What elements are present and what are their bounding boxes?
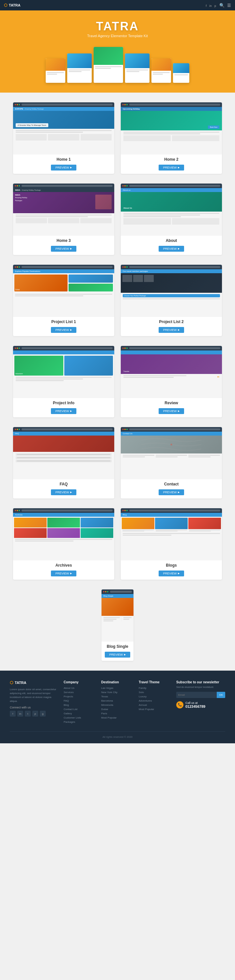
mockup-5 (152, 58, 171, 83)
template-card-blogsingle: Blog Single (102, 589, 134, 661)
footer-link-gallery[interactable]: Gallery (64, 712, 96, 715)
preview-btn-faq[interactable]: PREVIEW (51, 489, 77, 495)
footer-link-blog[interactable]: Blog (64, 703, 96, 706)
hero-section: TATRA Travel Agency Elementor Template K… (0, 10, 235, 92)
footer-phone-number: 0123456789 (185, 705, 205, 708)
footer-link-contactlist[interactable]: Contact List (64, 708, 96, 711)
template-card-about: About us About Us (121, 183, 222, 255)
social-btn-pinterest[interactable]: p (32, 711, 38, 717)
card-info-plist2: Project List 2 PREVIEW (121, 317, 222, 336)
preview-btn-blogsingle[interactable]: PREVIEW (105, 652, 131, 657)
social-linkedin[interactable]: in (209, 4, 212, 8)
social-btn-instagram[interactable]: in (17, 711, 23, 717)
footer-link-packages[interactable]: Packages (64, 721, 96, 724)
card-title-plist1: Project List 1 (16, 320, 111, 324)
header-logo-text: TATRA (9, 3, 21, 7)
card-info-home3: Home 3 PREVIEW (13, 236, 114, 255)
footer-newsletter-form: OK (176, 692, 225, 698)
preview-plist1: Explore Popular Destinations Dubai (13, 265, 114, 317)
footer-col-company: Company About Us Services Projects FAQ B… (64, 680, 96, 725)
footer-logo-icon: ⬡ (10, 680, 13, 685)
template-card-review: Traveler " Review PREVIEW (121, 346, 222, 417)
header-social: f in p (205, 2, 217, 8)
template-grid: EUROPEAmazing Holiday Package A Smarter … (13, 102, 222, 661)
footer-link-solo[interactable]: Solo (139, 691, 171, 694)
footer-description: Lorem ipsum dolor sit amet, consectetur … (10, 687, 59, 703)
footer-newsletter-heading: Subscribe to our newsletter (176, 680, 225, 684)
footer-col-destination-list: Las Vegas New York City Texas Barcelona … (101, 687, 134, 719)
footer-logo-text: TATRA (15, 681, 26, 685)
footer-col-destination: Destination Las Vegas New York City Texa… (101, 680, 134, 725)
card-title-contact: Contact (124, 482, 219, 487)
footer-link-adventures[interactable]: Adventures (139, 699, 171, 702)
template-card-plist1: Explore Popular Destinations Dubai (13, 265, 114, 336)
footer-link-newyork[interactable]: New York City (101, 691, 134, 694)
card-info-archives: Archives PREVIEW (13, 560, 114, 580)
preview-btn-plist2[interactable]: PREVIEW (158, 327, 184, 333)
footer-link-mostpopular2[interactable]: Most Popular (139, 708, 171, 711)
card-title-faq: FAQ (16, 482, 111, 487)
preview-blogs: Blog (121, 508, 222, 560)
card-info-blogs: Blogs PREVIEW (121, 560, 222, 580)
preview-about: About us About Us (121, 183, 222, 236)
footer-link-services[interactable]: Services (64, 691, 96, 694)
footer-link-projects[interactable]: Projects (64, 695, 96, 698)
footer-social: f in t p g (10, 711, 59, 717)
svg-point-0 (170, 444, 172, 445)
footer-link-barcelona[interactable]: Barcelona (101, 699, 134, 702)
footer-link-mostpopular[interactable]: Most Popular (101, 716, 134, 719)
footer-newsletter: Subscribe to our newsletter Sed do eiusm… (176, 680, 225, 725)
footer-link-annual[interactable]: Annual (139, 703, 171, 706)
footer-link-dubai[interactable]: Dubai (101, 708, 134, 711)
header-logo[interactable]: ⬡ TATRA (4, 3, 21, 8)
social-btn-facebook[interactable]: f (10, 711, 16, 717)
footer-newsletter-input[interactable] (176, 692, 217, 698)
preview-btn-archives[interactable]: PREVIEW (51, 571, 77, 576)
preview-btn-home1[interactable]: PREVIEW (51, 165, 77, 170)
template-card-home2: Upcoming Holiday Book Now Home (121, 102, 222, 174)
footer-link-customerlists[interactable]: Customer Lists (64, 716, 96, 719)
footer-link-luxury[interactable]: Luxury (139, 695, 171, 698)
footer-link-faq[interactable]: FAQ (64, 699, 96, 702)
preview-btn-blogs[interactable]: PREVIEW (158, 571, 184, 576)
footer-link-paris[interactable]: Paris (101, 712, 134, 715)
preview-blogsingle: Blog Single (102, 589, 134, 641)
hero-title: TATRA (6, 19, 229, 33)
footer-link-aboutus[interactable]: About Us (64, 687, 96, 689)
search-icon[interactable]: 🔍 (219, 3, 225, 8)
mockup-1 (46, 58, 65, 83)
preview-home1: EUROPEAmazing Holiday Package A Smarter … (13, 102, 114, 154)
preview-btn-pinfo[interactable]: PREVIEW (51, 408, 77, 414)
preview-btn-about[interactable]: PREVIEW (158, 246, 184, 252)
preview-btn-review[interactable]: PREVIEW (158, 408, 184, 414)
social-btn-twitter[interactable]: t (25, 711, 31, 717)
card-title-review: Review (124, 401, 219, 405)
preview-btn-plist1[interactable]: PREVIEW (51, 327, 77, 333)
footer-newsletter-desc: Sed do eiusmod tempor incididunt. (176, 686, 225, 689)
card-title-blogsingle: Blog Single (105, 644, 131, 649)
card-title-archives: Archives (16, 563, 111, 568)
preview-plist2: Our travel member packages Choose Your P… (121, 265, 222, 317)
footer-link-minnesota[interactable]: Minnesota (101, 703, 134, 706)
menu-icon[interactable]: ☰ (227, 3, 231, 8)
preview-btn-home3[interactable]: PREVIEW (51, 246, 77, 252)
social-btn-google[interactable]: g (40, 711, 46, 717)
footer-link-lasvegas[interactable]: Las Vegas (101, 687, 134, 689)
hero-subtitle: Travel Agency Elementor Template Kit (6, 34, 229, 38)
preview-btn-home2[interactable]: PREVIEW (158, 165, 184, 170)
footer-copyright: All rights reserved © 2020 (10, 735, 225, 738)
preview-review: Traveler " (121, 346, 222, 398)
footer-newsletter-button[interactable]: OK (217, 692, 225, 698)
preview-home2: Upcoming Holiday Book Now (121, 102, 222, 154)
footer-link-texas[interactable]: Texas (101, 695, 134, 698)
footer-phone: 📞 Call us at 0123456789 (176, 701, 225, 708)
footer-link-family[interactable]: Family (139, 687, 171, 689)
card-info-home1: Home 1 PREVIEW (13, 154, 114, 174)
footer-col-destination-heading: Destination (101, 680, 134, 684)
template-card-blogs: Blog (121, 508, 222, 580)
social-pinterest[interactable]: p (214, 4, 216, 8)
site-header: ⬡ TATRA f in p 🔍 ☰ (0, 0, 235, 10)
footer-phone-label: Call us at (185, 701, 205, 705)
social-facebook[interactable]: f (206, 4, 207, 8)
preview-btn-contact[interactable]: PREVIEW (158, 489, 184, 495)
